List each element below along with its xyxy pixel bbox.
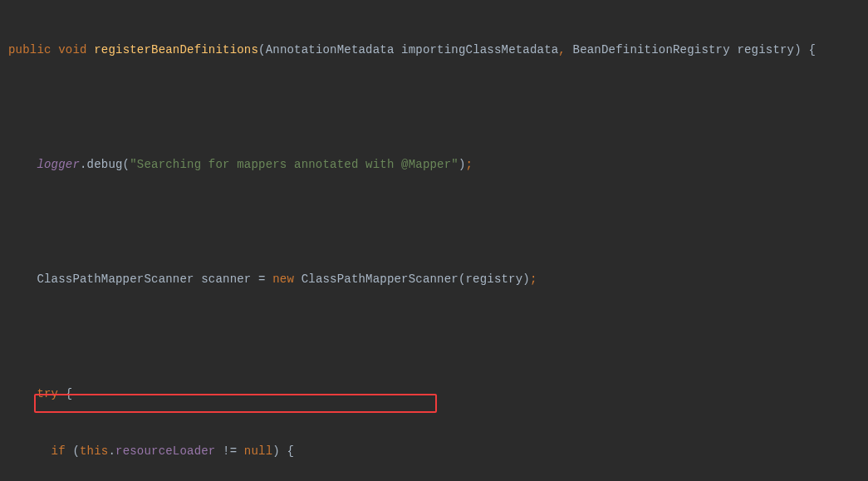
field-logger: logger xyxy=(37,158,80,171)
code-line[interactable]: try { xyxy=(0,385,868,404)
code-line[interactable]: logger.debug("Searching for mappers anno… xyxy=(0,155,868,174)
kw-try: try xyxy=(37,387,58,400)
code-line[interactable]: if (this.resourceLoader != null) { xyxy=(0,442,868,461)
code-line[interactable]: ClassPathMapperScanner scanner = new Cla… xyxy=(0,270,868,289)
code-line[interactable] xyxy=(0,327,868,346)
kw-new: new xyxy=(272,272,294,286)
code-editor[interactable]: public void registerBeanDefinitions(Anno… xyxy=(0,0,868,481)
kw-null: null xyxy=(244,444,272,458)
kw-void: void xyxy=(58,43,86,56)
method-name: registerBeanDefinitions xyxy=(94,43,258,56)
code-line[interactable] xyxy=(0,98,868,117)
kw-if: if xyxy=(51,444,66,458)
code-line[interactable]: public void registerBeanDefinitions(Anno… xyxy=(0,41,868,60)
kw-this: this xyxy=(80,444,108,458)
kw-public: public xyxy=(8,43,51,56)
string-literal: "Searching for mappers annotated with @M… xyxy=(130,158,459,171)
field-resourceloader: resourceLoader xyxy=(115,444,215,458)
code-line[interactable] xyxy=(0,213,868,232)
